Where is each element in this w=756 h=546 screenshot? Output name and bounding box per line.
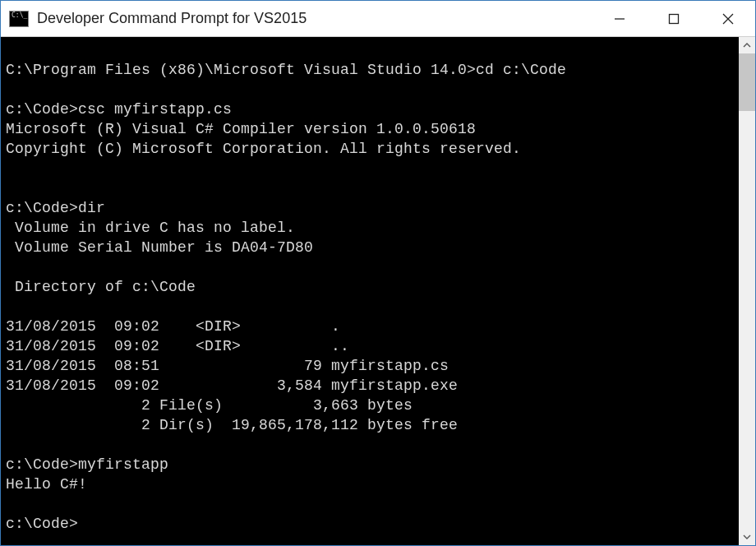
scroll-track[interactable]: [739, 53, 755, 529]
minimize-icon: [614, 13, 625, 25]
chevron-up-icon: [743, 41, 751, 49]
maximize-button[interactable]: [647, 1, 701, 36]
terminal-output[interactable]: C:\Program Files (x86)\Microsoft Visual …: [1, 37, 739, 545]
close-button[interactable]: [701, 1, 755, 36]
svg-rect-1: [670, 14, 679, 23]
vertical-scrollbar[interactable]: [739, 37, 755, 545]
scroll-up-button[interactable]: [739, 37, 755, 53]
app-icon: C:\_: [9, 11, 29, 27]
content-area: C:\Program Files (x86)\Microsoft Visual …: [1, 37, 755, 545]
titlebar[interactable]: C:\_ Developer Command Prompt for VS2015: [1, 1, 755, 37]
scroll-down-button[interactable]: [739, 529, 755, 545]
close-icon: [721, 12, 735, 25]
window-title: Developer Command Prompt for VS2015: [37, 10, 592, 27]
app-window: C:\_ Developer Command Prompt for VS2015: [0, 0, 756, 546]
scroll-thumb[interactable]: [739, 53, 755, 111]
chevron-down-icon: [743, 533, 751, 541]
maximize-icon: [668, 13, 680, 25]
minimize-button[interactable]: [592, 1, 647, 36]
window-controls: [592, 1, 755, 36]
